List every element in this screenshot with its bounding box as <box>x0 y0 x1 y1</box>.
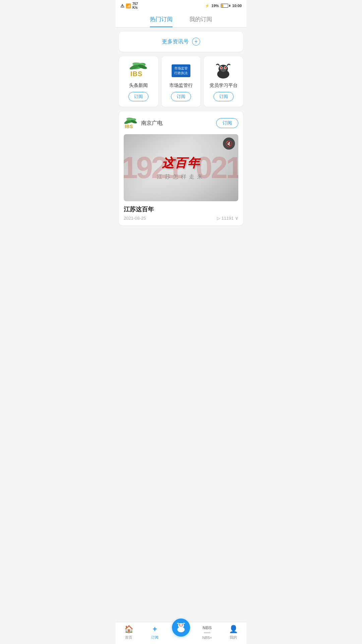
more-info-card[interactable]: 更多资讯号 + <box>119 32 243 52</box>
bottom-nav: 🏠 首页 + 订阅 NBS═══ NBS+ <box>116 622 246 644</box>
nav-label-nbs: NBS+ <box>202 636 212 640</box>
nbs-icon: NBS═══ <box>202 626 212 634</box>
subscribe-card-market[interactable]: 市场监管行政执法 市场监管行 订阅 <box>162 56 201 107</box>
subscribe-card-party[interactable]: 党员学习平台 订阅 <box>204 56 243 107</box>
publisher-name: 南京广电 <box>141 120 163 127</box>
nav-label-mine: 我的 <box>230 635 237 640</box>
status-left: ⚠ 📶 757 K/s <box>120 2 138 9</box>
video-subtitle-cn: 江苏怎样走来 <box>157 173 205 180</box>
article-meta-right: ▷ 11191 ∨ <box>217 215 238 221</box>
home-icon: 🏠 <box>124 625 133 634</box>
nav-item-subscribe[interactable]: + 订阅 <box>145 625 165 640</box>
card-name-market: 市场监管行 <box>169 83 193 89</box>
svg-point-14 <box>224 70 224 71</box>
subscribe-btn-market[interactable]: 订阅 <box>171 92 191 101</box>
svg-point-13 <box>222 70 223 71</box>
nav-item-nbs[interactable]: NBS═══ NBS+ <box>197 626 217 640</box>
alert-icon: ⚠ <box>120 3 124 8</box>
battery-icon <box>221 4 230 8</box>
svg-point-27 <box>177 627 185 632</box>
market-logo-inner: 市场监管行政执法 <box>172 64 190 77</box>
bluetooth-icon: ⚡ <box>205 4 209 8</box>
mute-button[interactable]: 🔇 <box>223 138 235 150</box>
publisher-logo-img: IBS <box>124 116 138 130</box>
svg-text:IBS: IBS <box>125 124 133 129</box>
tab-hot-subscribe[interactable]: 热门订阅 <box>150 15 173 27</box>
tab-header: 热门订阅 我的订阅 <box>116 11 246 28</box>
svg-text:IBS: IBS <box>130 70 142 77</box>
add-icon: + <box>153 625 157 634</box>
video-center-text: 这百年 江苏怎样走来 <box>157 155 205 180</box>
wifi-icon: 📶 <box>126 3 131 8</box>
signal-speed: 757 K/s <box>132 2 138 9</box>
article-date: 2021-08-25 <box>124 216 146 221</box>
subscribe-card-toutiao[interactable]: IBS 头条新闻 订阅 <box>119 56 158 107</box>
nav-label-home: 首页 <box>125 635 132 640</box>
publisher-subscribe-btn[interactable]: 订阅 <box>216 118 238 128</box>
clock: 10:00 <box>232 4 242 8</box>
svg-point-24 <box>179 624 180 625</box>
subscribe-btn-party[interactable]: 订阅 <box>214 92 234 101</box>
ibs-logo: IBS <box>128 62 149 79</box>
article-title: 江苏这百年 <box>124 205 238 213</box>
svg-point-10 <box>221 67 222 69</box>
user-icon: 👤 <box>229 625 238 634</box>
battery-percentage: 19% <box>212 4 219 8</box>
publisher-info: IBS 南京广电 <box>124 116 163 130</box>
nav-item-center[interactable] <box>171 625 191 637</box>
expand-icon[interactable]: ∨ <box>235 215 238 221</box>
nav-item-mine[interactable]: 👤 我的 <box>223 625 243 640</box>
main-content: 更多资讯号 + IBS 头条新闻 订阅 <box>116 28 246 644</box>
market-logo: 市场监管行政执法 <box>170 62 192 79</box>
tab-my-subscribe[interactable]: 我的订阅 <box>189 15 212 27</box>
video-thumbnail[interactable]: 1921 021 这百年 江苏怎样走来 🔇 <box>124 134 238 201</box>
article-meta: 2021-08-25 ▷ 11191 ∨ <box>124 215 238 221</box>
svg-point-11 <box>225 67 226 69</box>
center-cow-btn[interactable] <box>172 619 190 637</box>
svg-point-25 <box>182 624 183 625</box>
article-views: 11191 <box>222 216 234 221</box>
video-title-cn: 这百年 <box>157 155 205 171</box>
center-cow-icon <box>176 622 186 633</box>
more-info-plus-btn[interactable]: + <box>192 38 200 46</box>
cow-logo <box>213 62 234 79</box>
subscribe-btn-toutiao[interactable]: 订阅 <box>128 92 148 101</box>
card-name-party: 党员学习平台 <box>209 83 238 89</box>
more-info-text: 更多资讯号 <box>162 38 189 45</box>
nav-label-subscribe: 订阅 <box>151 635 159 640</box>
nav-item-home[interactable]: 🏠 首页 <box>119 625 139 640</box>
status-right: ⚡ 19% 10:00 <box>205 4 242 8</box>
publisher-card: IBS 南京广电 订阅 1921 021 这百年 江苏怎样走来 🔇 江苏这百年 … <box>119 111 243 225</box>
publisher-header: IBS 南京广电 订阅 <box>124 116 238 130</box>
status-bar: ⚠ 📶 757 K/s ⚡ 19% 10:00 <box>116 0 246 11</box>
subscribe-cards-row: IBS 头条新闻 订阅 市场监管行政执法 市场监管行 订阅 <box>119 56 243 107</box>
play-icon: ▷ <box>217 216 220 221</box>
svg-point-12 <box>222 70 225 72</box>
card-name-toutiao: 头条新闻 <box>129 83 148 89</box>
